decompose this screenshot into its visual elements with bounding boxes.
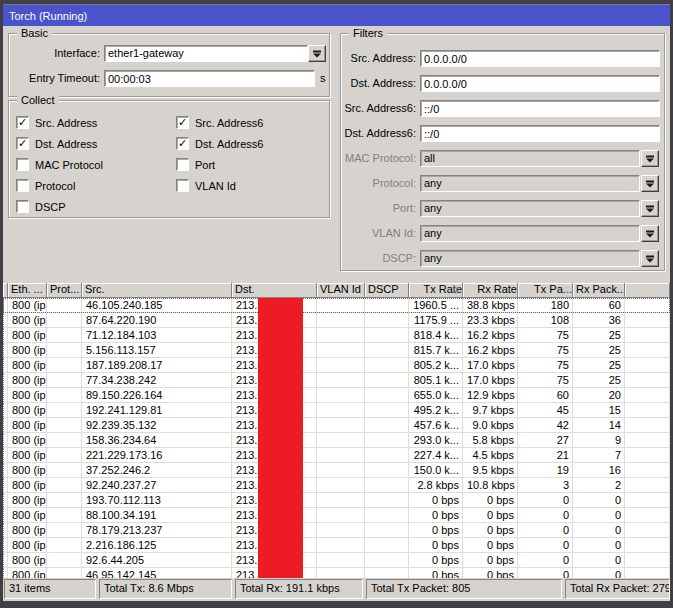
table-row[interactable]: 800 (ip)92.239.35.132213.81457.6 k...9.0… bbox=[3, 418, 670, 433]
cell-src: 71.12.184.103 bbox=[82, 328, 232, 342]
column-header-eth[interactable]: Eth. ... bbox=[8, 283, 47, 298]
collect-option-vlan-id[interactable]: VLAN Id bbox=[176, 175, 263, 196]
checkbox-unchecked-icon[interactable] bbox=[16, 179, 29, 192]
cell-dscp bbox=[365, 403, 409, 417]
table-row[interactable]: 800 (ip)46.95.142.145213.810 bps0 bps00 bbox=[3, 568, 670, 578]
filter-row-src-address6: Src. Address6: bbox=[340, 100, 668, 117]
table-row[interactable]: 800 (ip)2.216.186.125213.810 bps0 bps00 bbox=[3, 538, 670, 553]
cell-tx_rate: 457.6 k... bbox=[409, 418, 463, 432]
table-row[interactable]: 800 (ip)89.150.226.164213.81655.0 k...12… bbox=[3, 388, 670, 403]
table-row[interactable]: 800 (ip)78.179.213.237213.810 bps0 bps00 bbox=[3, 523, 670, 538]
entry-timeout-input[interactable] bbox=[104, 70, 315, 87]
window-titlebar[interactable]: Torch (Running) bbox=[3, 4, 670, 26]
column-header-vlan[interactable]: VLAN Id bbox=[317, 283, 365, 298]
checkbox-checked-icon[interactable]: ✓ bbox=[16, 116, 29, 129]
collect-option-mac-protocol[interactable]: MAC Protocol bbox=[16, 154, 176, 175]
cell-rx_packet: 25 bbox=[573, 358, 625, 372]
cell-dscp bbox=[365, 313, 409, 327]
cell-filler bbox=[625, 433, 670, 447]
protocol-label: Protocol: bbox=[340, 177, 416, 189]
interface-label: Interface: bbox=[8, 47, 100, 60]
cell-filler bbox=[625, 553, 670, 567]
table-row[interactable]: 800 (ip)87.64.220.190213.811175.9 ...23.… bbox=[3, 313, 670, 328]
cell-dscp bbox=[365, 418, 409, 432]
cell-src: 221.229.173.16 bbox=[82, 448, 232, 462]
src-address6-label: Src. Address6: bbox=[340, 102, 416, 114]
table-row[interactable]: 800 (ip)158.36.234.64213.81293.0 k...5.8… bbox=[3, 433, 670, 448]
checkbox-checked-icon[interactable]: ✓ bbox=[16, 137, 29, 150]
table-row[interactable]: 800 (ip)71.12.184.103213.81818.4 k...16.… bbox=[3, 328, 670, 343]
column-header-tx_packet[interactable]: Tx Pa...▽ bbox=[518, 283, 573, 298]
status-total-rx: Total Rx: 191.1 kbps bbox=[235, 579, 363, 599]
cell-filler bbox=[625, 463, 670, 477]
column-header-rx_packet[interactable]: Rx Pack... bbox=[573, 283, 625, 298]
cell-filler bbox=[625, 568, 670, 578]
checkbox-unchecked-icon[interactable] bbox=[176, 179, 189, 192]
table-row[interactable]: 800 (ip)92.240.237.27213.812.8 kbps10.8 … bbox=[3, 478, 670, 493]
cell-rx_packet: 0 bbox=[573, 553, 625, 567]
status-total-tx-packet: Total Tx Packet: 805 bbox=[366, 579, 562, 599]
dst-address6-input[interactable] bbox=[420, 125, 660, 142]
column-header-dscp[interactable]: DSCP bbox=[365, 283, 409, 298]
table-row[interactable]: 800 (ip)221.229.173.16213.81227.4 k...4.… bbox=[3, 448, 670, 463]
src-address6-input[interactable] bbox=[420, 100, 660, 117]
cell-rx_rate: 17.0 kbps bbox=[463, 358, 518, 372]
table-row[interactable]: 800 (ip)92.6.44.205213.810 bps0 bps00 bbox=[3, 553, 670, 568]
cell-prot bbox=[47, 403, 82, 417]
connections-table: Eth. ...Prot...Src.Dst.VLAN IdDSCPTx Rat… bbox=[3, 283, 670, 578]
checkbox-unchecked-icon[interactable] bbox=[16, 200, 29, 213]
column-header-filler[interactable] bbox=[625, 283, 670, 298]
column-header-tx_rate[interactable]: Tx Rate▽ bbox=[409, 283, 463, 298]
cell-vlan bbox=[317, 403, 365, 417]
cell-tx_rate: 150.0 k... bbox=[409, 463, 463, 477]
interface-select[interactable]: ether1-gateway bbox=[104, 45, 308, 62]
table-row[interactable]: 800 (ip)88.100.34.191213.810 bps0 bps00 bbox=[3, 508, 670, 523]
cell-tx_rate: 0 bps bbox=[409, 523, 463, 537]
table-row[interactable]: 800 (ip)193.70.112.113213.810 bps0 bps00 bbox=[3, 493, 670, 508]
column-header-dst[interactable]: Dst. bbox=[232, 283, 317, 298]
cell-tx_packet: 21 bbox=[518, 448, 573, 462]
checkbox-checked-icon[interactable]: ✓ bbox=[176, 137, 189, 150]
collect-option-dst-address[interactable]: ✓Dst. Address bbox=[16, 133, 176, 154]
checkbox-unchecked-icon[interactable] bbox=[16, 158, 29, 171]
cell-src: 193.70.112.113 bbox=[82, 493, 232, 507]
cell-eth: 800 (ip) bbox=[8, 568, 47, 578]
cell-tx_rate: 818.4 k... bbox=[409, 328, 463, 342]
table-row[interactable]: 800 (ip)46.105.240.185213.811960.5 ...38… bbox=[3, 298, 670, 313]
src-address-input[interactable] bbox=[420, 50, 660, 67]
collect-option-protocol[interactable]: Protocol bbox=[16, 175, 176, 196]
interface-dropdown-button[interactable] bbox=[308, 45, 326, 62]
table-row[interactable]: 800 (ip)5.156.113.157213.81815.7 k...16.… bbox=[3, 343, 670, 358]
collect-option-port[interactable]: Port bbox=[176, 154, 263, 175]
collect-option-dst-address6[interactable]: ✓Dst. Address6 bbox=[176, 133, 263, 154]
table-row[interactable]: 800 (ip)192.241.129.81213.81495.2 k...9.… bbox=[3, 403, 670, 418]
checkbox-unchecked-icon[interactable] bbox=[176, 158, 189, 171]
collect-option-label: MAC Protocol bbox=[35, 159, 103, 171]
port-label: Port: bbox=[340, 202, 416, 214]
cell-filler bbox=[625, 343, 670, 357]
cell-tx_rate: 1960.5 ... bbox=[409, 298, 463, 312]
column-header-rx_rate[interactable]: Rx Rate bbox=[463, 283, 518, 298]
cell-dscp bbox=[365, 358, 409, 372]
collect-option-label: Src. Address bbox=[35, 117, 97, 129]
collect-option-src-address[interactable]: ✓Src. Address bbox=[16, 112, 176, 133]
table-row[interactable]: 800 (ip)77.34.238.242213.81805.1 k...17.… bbox=[3, 373, 670, 388]
table-row[interactable]: 800 (ip)187.189.208.17213.81805.2 k...17… bbox=[3, 358, 670, 373]
cell-src: 92.6.44.205 bbox=[82, 553, 232, 567]
collect-option-src-address6[interactable]: ✓Src. Address6 bbox=[176, 112, 263, 133]
cell-rx_packet: 25 bbox=[573, 343, 625, 357]
cell-tx_packet: 0 bbox=[518, 568, 573, 578]
checkbox-checked-icon[interactable]: ✓ bbox=[176, 116, 189, 129]
cell-dscp bbox=[365, 298, 409, 312]
cell-eth: 800 (ip) bbox=[8, 373, 47, 387]
dst-address-input[interactable] bbox=[420, 75, 660, 92]
column-header-src[interactable]: Src. bbox=[82, 283, 232, 298]
cell-eth: 800 (ip) bbox=[8, 433, 47, 447]
column-header-prot[interactable]: Prot... bbox=[47, 283, 82, 298]
collect-option-dscp[interactable]: DSCP bbox=[16, 196, 176, 217]
cell-tx_packet: 108 bbox=[518, 313, 573, 327]
table-row[interactable]: 800 (ip)37.252.246.2213.81150.0 k...9.5 … bbox=[3, 463, 670, 478]
cell-prot bbox=[47, 523, 82, 537]
cell-vlan bbox=[317, 508, 365, 522]
cell-prot bbox=[47, 388, 82, 402]
